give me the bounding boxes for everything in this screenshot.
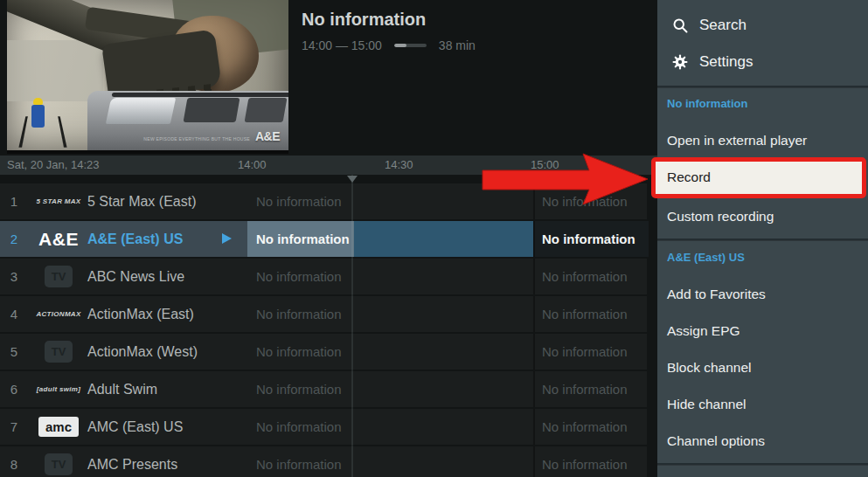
video-art-worker	[31, 105, 45, 128]
channel-logo: TV	[35, 337, 82, 366]
menu-section-header: No information	[667, 93, 747, 115]
menu-item-assign-epg[interactable]: Assign EPG	[657, 313, 868, 349]
epg-row[interactable]: 6[adult swim]Adult SwimNo informationNo …	[0, 371, 647, 407]
menu-item-record-highlighted[interactable]: Record	[651, 157, 866, 198]
epg-cell-label: No information	[256, 296, 342, 332]
epg-cell-next[interactable]: No information	[533, 221, 649, 257]
epg-cell-next[interactable]: No information	[533, 259, 649, 294]
epg-cell-label: No information	[542, 446, 628, 477]
channel-number: 8	[0, 446, 28, 477]
epg-cell-current[interactable]: No information	[247, 221, 533, 257]
epg-cell-next[interactable]: No information	[533, 183, 649, 219]
menu-item-label: Assign EPG	[667, 313, 740, 349]
menu-item-label: Open in external player	[667, 122, 807, 159]
epg-cell-current[interactable]: No information	[247, 296, 533, 332]
menu-item-block-channel[interactable]: Block channel	[657, 349, 868, 386]
channel-logo: [adult swim]	[35, 375, 82, 404]
epg-cell-label: No information	[542, 409, 628, 445]
epg-cell-next[interactable]: No information	[533, 446, 649, 477]
channel-name: AMC Presents	[87, 446, 177, 477]
menu-item-settings[interactable]: Settings	[657, 44, 868, 80]
video-art-windshield	[106, 98, 176, 124]
epg-cell-current[interactable]: No information	[247, 183, 533, 219]
epg-cell-next[interactable]: No information	[533, 334, 649, 370]
channel-name: ABC News Live	[87, 259, 184, 294]
channel-logo-text: 5 STAR MAX	[37, 197, 81, 205]
epg-row[interactable]: 4ACTIONMAXActionMax (East)No information…	[0, 296, 647, 332]
remaining-time: 38 min	[439, 38, 476, 52]
menu-item-open-in-external-player[interactable]: Open in external player	[657, 122, 868, 159]
channel-logo-text: A&E	[38, 229, 79, 250]
channel-number: 3	[0, 259, 28, 294]
epg-row[interactable]: 3TVABC News LiveNo informationNo informa…	[0, 259, 647, 294]
channel-logo: TV	[35, 262, 82, 291]
timeline-bar: Sat, 20 Jan, 14:23 14:0014:3015:00	[0, 156, 657, 175]
video-preview[interactable]: NEW EPISODE EVERYTHING BUT THE HOUSE A&E	[7, 0, 288, 154]
epg-cell-current[interactable]: No information	[247, 371, 533, 407]
epg-cell-next[interactable]: No information	[533, 296, 649, 332]
epg-cell-label: No information	[542, 221, 635, 257]
menu-divider	[657, 238, 868, 241]
epg-row[interactable]: 15 STAR MAX5 Star Max (East)No informati…	[0, 183, 647, 219]
video-art-window	[184, 98, 240, 122]
menu-item-label: Settings	[699, 44, 753, 80]
video-art-roof-rail	[112, 93, 288, 97]
channel-logo: amc	[35, 412, 82, 441]
channel-logo: A&E	[35, 225, 82, 253]
menu-item-hide-channel[interactable]: Hide channel	[657, 386, 868, 423]
channel-logo-text: TV	[45, 266, 73, 287]
epg-cell-label: No information	[256, 183, 342, 219]
epg-cell-label: No information	[256, 221, 350, 257]
menu-item-add-to-favorites[interactable]: Add to Favorites	[657, 276, 868, 313]
program-meta: 14:00 — 15:00 38 min	[302, 38, 476, 52]
progress-fill	[394, 44, 406, 47]
channel-logo-text: [adult swim]	[37, 385, 80, 393]
menu-item-label: Add to Favorites	[667, 276, 766, 313]
epg-cell-label: No information	[256, 409, 342, 445]
menu-item-label: Search	[699, 7, 746, 44]
menu-divider	[657, 86, 868, 88]
channel-name: 5 Star Max (East)	[87, 183, 196, 219]
menu-item-search[interactable]: Search	[657, 7, 868, 44]
channel-name: A&E (East) US	[87, 221, 183, 257]
channel-logo-text: TV	[45, 341, 73, 363]
epg-cell-next[interactable]: No information	[533, 371, 649, 407]
video-caption: NEW EPISODE EVERYTHING BUT THE HOUSE	[143, 136, 250, 142]
menu-item-label: Hide channel	[667, 386, 746, 423]
menu-item-channel-options[interactable]: Channel options	[657, 423, 868, 460]
epg-cell-current[interactable]: No information	[247, 334, 533, 370]
channel-logo-text: ACTIONMAX	[36, 310, 80, 318]
epg-cell-current[interactable]: No information	[247, 446, 533, 477]
channel-number: 2	[0, 221, 28, 257]
channel-number: 4	[0, 296, 28, 332]
epg-cell-label: No information	[542, 334, 628, 370]
epg-cell-label: No information	[256, 371, 342, 407]
current-time-line	[351, 175, 353, 477]
epg-main: NEW EPISODE EVERYTHING BUT THE HOUSE A&E…	[0, 0, 657, 477]
tivimate-app: NEW EPISODE EVERYTHING BUT THE HOUSE A&E…	[0, 0, 868, 477]
epg-row[interactable]: 5TVActionMax (West)No informationNo info…	[0, 334, 647, 370]
epg-cell-current[interactable]: No information	[247, 259, 533, 294]
channel-logo-text: TV	[45, 453, 73, 475]
epg-cell-current[interactable]: No information	[247, 409, 533, 445]
program-time-range: 14:00 — 15:00	[302, 38, 382, 52]
epg-cell-next[interactable]: No information	[533, 409, 649, 445]
channel-name: AMC (East) US	[87, 409, 183, 445]
menu-item-custom-recording[interactable]: Custom recording	[657, 198, 868, 235]
epg-row[interactable]: 2A&EA&E (East) USNo informationNo inform…	[0, 221, 647, 257]
channel-number: 6	[0, 371, 28, 407]
epg-cell-label: No information	[256, 259, 342, 294]
epg-row[interactable]: 7amcAMC (East) USNo informationNo inform…	[0, 409, 647, 445]
menu-item-label: Record	[667, 162, 711, 193]
epg-cell-label: No information	[542, 371, 628, 407]
progress-bar	[394, 44, 427, 47]
menu-divider	[657, 463, 868, 466]
tick-label: 14:00	[238, 156, 267, 175]
channel-logo-text: amc	[38, 417, 79, 437]
epg-row[interactable]: 8TVAMC PresentsNo informationNo informat…	[0, 446, 647, 477]
epg-cell-label: No information	[542, 183, 628, 219]
channel-logo: 5 STAR MAX	[35, 187, 82, 216]
video-art-helmet	[33, 98, 43, 105]
tick-label: 14:30	[385, 156, 413, 175]
context-menu: SearchSettingsNo informationOpen in exte…	[657, 0, 868, 477]
